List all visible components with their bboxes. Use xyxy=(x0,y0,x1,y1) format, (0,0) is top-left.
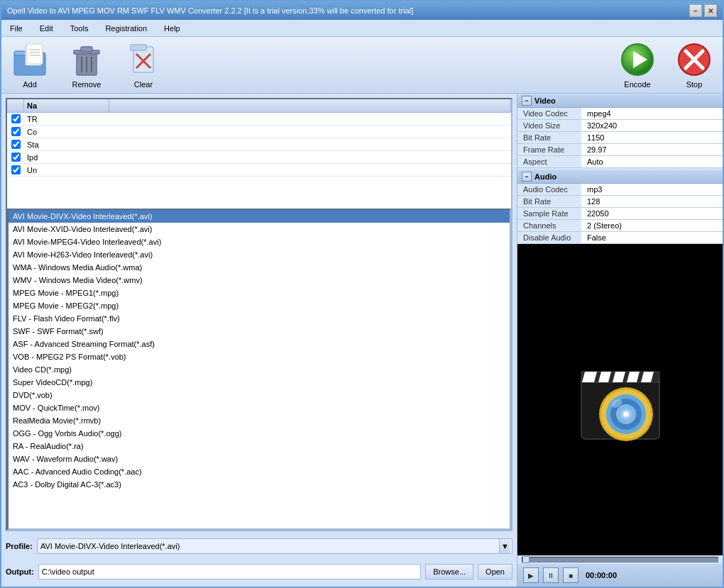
video-section-label: Video xyxy=(534,96,556,105)
format-item[interactable]: AVI Movie-MPEG4-Video Interleaved(*.avi) xyxy=(9,235,510,248)
audio-disable-key: Disable Audio xyxy=(517,232,581,244)
format-item[interactable]: RA - RealAudio(*.ra) xyxy=(9,440,510,453)
table-row: Co xyxy=(7,126,511,138)
video-section-header: − Video xyxy=(517,94,723,108)
progress-thumb[interactable] xyxy=(522,556,530,563)
clear-button[interactable]: Clear xyxy=(122,41,165,89)
format-list: AVI Movie-DIVX-Video Interleaved(*.avi) … xyxy=(7,209,511,530)
format-item[interactable]: AVI Movie-DIVX-Video Interleaved(*.avi) xyxy=(9,210,510,223)
format-item[interactable]: MOV - QuickTime(*.mov) xyxy=(9,401,510,414)
audio-samplerate-value: 22050 xyxy=(581,208,723,220)
profile-value: AVI Movie-DIVX-Video Interleaved(*.avi) xyxy=(40,542,191,550)
format-item[interactable]: AVI Movie-H263-Video Interleaved(*.avi) xyxy=(9,248,510,261)
file-checkbox[interactable] xyxy=(11,152,21,162)
format-item[interactable]: Super VideoCD(*.mpg) xyxy=(9,376,510,389)
format-item[interactable]: WMV - Windows Media Video(*.wmv) xyxy=(9,274,510,287)
clear-icon xyxy=(125,41,162,78)
minimize-button[interactable]: − xyxy=(689,4,702,17)
open-button[interactable]: Open xyxy=(478,564,512,579)
playback-controls: ▶ ⏸ ■ 00:00:00 xyxy=(517,564,723,587)
video-prop-row: Video Size 320x240 xyxy=(517,120,723,132)
add-label: Add xyxy=(23,80,37,89)
video-framerate-value: 29.97 xyxy=(581,144,723,156)
video-prop-row: Frame Rate 29.97 xyxy=(517,144,723,156)
format-item[interactable]: RealMedia Movie(*.rmvb) xyxy=(9,414,510,427)
format-item[interactable]: SWF - SWF Format(*.swf) xyxy=(9,325,510,338)
header-check xyxy=(7,99,24,112)
format-item[interactable]: AVI Movie-XVID-Video Interleaved(*.avi) xyxy=(9,223,510,235)
video-prop-row: Bit Rate 1150 xyxy=(517,132,723,144)
format-item[interactable]: AC3 - Dolby Digital AC-3(*.ac3) xyxy=(9,478,510,491)
time-display: 00:00:00 xyxy=(586,571,617,579)
audio-props-table: Audio Codec mp3 Bit Rate 128 Sample Rate… xyxy=(517,184,723,244)
svg-rect-9 xyxy=(81,47,92,52)
audio-prop-row: Bit Rate 128 xyxy=(517,196,723,208)
video-props-table: Video Codec mpeg4 Video Size 320x240 Bit… xyxy=(517,108,723,168)
stop-button[interactable]: Stop xyxy=(673,41,715,89)
file-checkbox[interactable] xyxy=(11,140,21,149)
audio-prop-row: Audio Codec mp3 xyxy=(517,184,723,196)
stop-playback-button[interactable]: ■ xyxy=(563,567,578,583)
audio-disable-value: False xyxy=(581,232,723,244)
video-bitrate-value: 1150 xyxy=(581,132,723,144)
menu-file[interactable]: File xyxy=(7,23,26,34)
format-item[interactable]: Video CD(*.mpg) xyxy=(9,363,510,376)
remove-button[interactable]: Remove xyxy=(65,41,108,89)
profile-dropdown-arrow: ▼ xyxy=(499,539,510,553)
format-item[interactable]: MPEG Movie - MPEG2(*.mpg) xyxy=(9,299,510,312)
audio-channels-value: 2 (Stereo) xyxy=(581,220,723,232)
table-row: TR xyxy=(7,113,511,126)
video-collapse-button[interactable]: − xyxy=(522,96,532,106)
toolbar: Add Remove xyxy=(1,37,723,94)
format-item[interactable]: FLV - Flash Video Format(*.flv) xyxy=(9,312,510,325)
pause-button[interactable]: ⏸ xyxy=(543,567,559,583)
main-window: Opell Video to AVI MPEG MOV RM SWF FLV W… xyxy=(0,0,724,588)
video-prop-row: Video Codec mpeg4 xyxy=(517,108,723,120)
audio-collapse-button[interactable]: − xyxy=(522,172,532,182)
format-item[interactable]: ASF - Advanced Streaming Format(*.asf) xyxy=(9,338,510,350)
video-codec-value: mpeg4 xyxy=(581,108,723,120)
add-button[interactable]: Add xyxy=(9,41,51,89)
output-label: Output: xyxy=(6,567,34,576)
play-button[interactable]: ▶ xyxy=(523,567,539,583)
table-row: Un xyxy=(7,164,511,177)
format-item[interactable]: AAC - Advanced Audio Coding(*.aac) xyxy=(9,465,510,478)
file-checkbox[interactable] xyxy=(11,127,21,136)
file-checkbox[interactable] xyxy=(11,114,21,123)
svg-rect-14 xyxy=(131,45,146,50)
format-item[interactable]: VOB - MPEG2 PS Format(*.vob) xyxy=(9,350,510,363)
browse-button[interactable]: Browse... xyxy=(425,564,473,579)
audio-samplerate-key: Sample Rate xyxy=(517,208,581,220)
format-item[interactable]: DVD(*.vob) xyxy=(9,389,510,401)
format-item[interactable]: OGG - Ogg Vorbis Audio(*.ogg) xyxy=(9,427,510,440)
format-item[interactable]: MPEG Movie - MPEG1(*.mpg) xyxy=(9,287,510,299)
video-prop-row: Aspect Auto xyxy=(517,156,723,168)
header-format xyxy=(109,99,511,112)
format-item[interactable]: WAV - Waveform Audio(*.wav) xyxy=(9,453,510,465)
file-checkbox[interactable] xyxy=(11,165,21,174)
encode-button[interactable]: Encode xyxy=(616,41,659,89)
svg-point-35 xyxy=(623,411,629,417)
menu-bar: File Edit Tools Registration Help xyxy=(1,20,723,37)
right-panel: − Video Video Codec mpeg4 Video Size 320… xyxy=(517,94,723,587)
profile-select[interactable]: AVI Movie-DIVX-Video Interleaved(*.avi) … xyxy=(37,538,512,554)
menu-edit[interactable]: Edit xyxy=(37,23,56,34)
profile-row: Profile: AVI Movie-DIVX-Video Interleave… xyxy=(6,536,512,557)
menu-tools[interactable]: Tools xyxy=(67,23,92,34)
menu-registration[interactable]: Registration xyxy=(102,23,150,34)
menu-help[interactable]: Help xyxy=(161,23,183,34)
svg-rect-3 xyxy=(27,44,43,64)
encode-label: Encode xyxy=(624,80,650,89)
output-path-input[interactable] xyxy=(38,564,422,579)
progress-bar[interactable] xyxy=(522,557,718,562)
close-button[interactable]: ✕ xyxy=(704,4,717,17)
media-preview-icon xyxy=(567,347,674,453)
format-item[interactable]: WMA - Windows Media Audio(*.wma) xyxy=(9,261,510,274)
combined-list-container: Na TR Co Sta xyxy=(6,98,512,531)
window-title: Opell Video to AVI MPEG MOV RM SWF FLV W… xyxy=(7,6,413,15)
table-row: Sta xyxy=(7,138,511,151)
video-codec-key: Video Codec xyxy=(517,108,581,120)
audio-section-header: − Audio xyxy=(517,170,723,184)
encode-icon xyxy=(619,41,656,78)
video-bitrate-key: Bit Rate xyxy=(517,132,581,144)
